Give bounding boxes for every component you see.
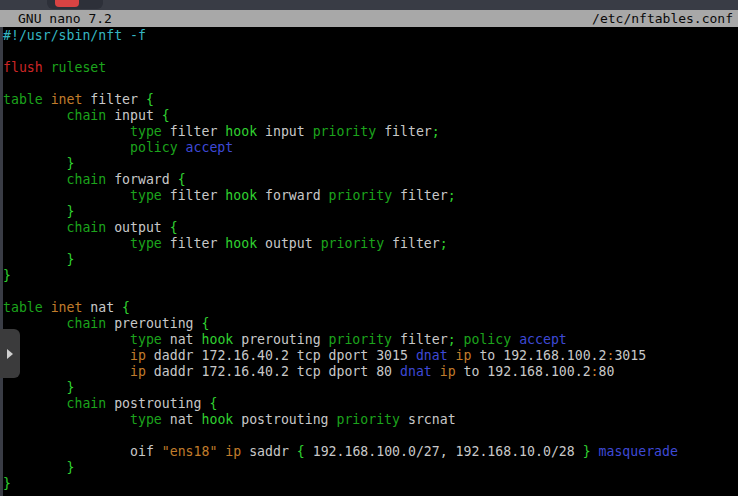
code-line: chain output { <box>3 220 738 236</box>
code-line: policy accept <box>3 140 738 156</box>
code-line <box>3 284 738 300</box>
nano-version-label: GNU nano 7.2 <box>18 10 112 27</box>
code-line: ip daddr 172.16.40.2 tcp dport 80 dnat i… <box>3 364 738 380</box>
code-line <box>3 428 738 444</box>
code-line: } <box>3 380 738 396</box>
sidebar-toggle-handle[interactable] <box>0 329 20 378</box>
code-line: } <box>3 156 738 172</box>
nano-titlebar: GNU nano 7.2 /etc/nftables.conf <box>0 10 738 27</box>
terminal-screen: GNU nano 7.2 /etc/nftables.conf #!/usr/s… <box>0 0 738 496</box>
code-line: } <box>3 252 738 268</box>
window-top-strip <box>0 0 738 10</box>
code-line: type nat hook prerouting priority filter… <box>3 332 738 348</box>
code-area[interactable]: #!/usr/sbin/nft -f flush ruleset table i… <box>3 28 738 492</box>
window-accent-tab <box>55 0 79 7</box>
code-line: table inet nat { <box>3 300 738 316</box>
nano-filename: /etc/nftables.conf <box>592 10 733 27</box>
code-line: ip daddr 172.16.40.2 tcp dport 3015 dnat… <box>3 348 738 364</box>
code-line <box>3 44 738 60</box>
code-line <box>3 76 738 92</box>
code-line: flush ruleset <box>3 60 738 76</box>
code-line: #!/usr/sbin/nft -f <box>3 28 738 44</box>
code-line: type filter hook output priority filter; <box>3 236 738 252</box>
code-line: chain postrouting { <box>3 396 738 412</box>
code-line: chain input { <box>3 108 738 124</box>
code-line: chain prerouting { <box>3 316 738 332</box>
code-line: type nat hook postrouting priority srcna… <box>3 412 738 428</box>
code-line: } <box>3 268 738 284</box>
chevron-right-icon <box>7 349 13 359</box>
code-line: } <box>3 476 738 492</box>
code-line: chain forward { <box>3 172 738 188</box>
code-line: } <box>3 460 738 476</box>
code-line: type filter hook input priority filter; <box>3 124 738 140</box>
code-line: oif "ens18" ip saddr { 192.168.100.0/27,… <box>3 444 738 460</box>
code-line: type filter hook forward priority filter… <box>3 188 738 204</box>
code-line: table inet filter { <box>3 92 738 108</box>
code-line: } <box>3 204 738 220</box>
